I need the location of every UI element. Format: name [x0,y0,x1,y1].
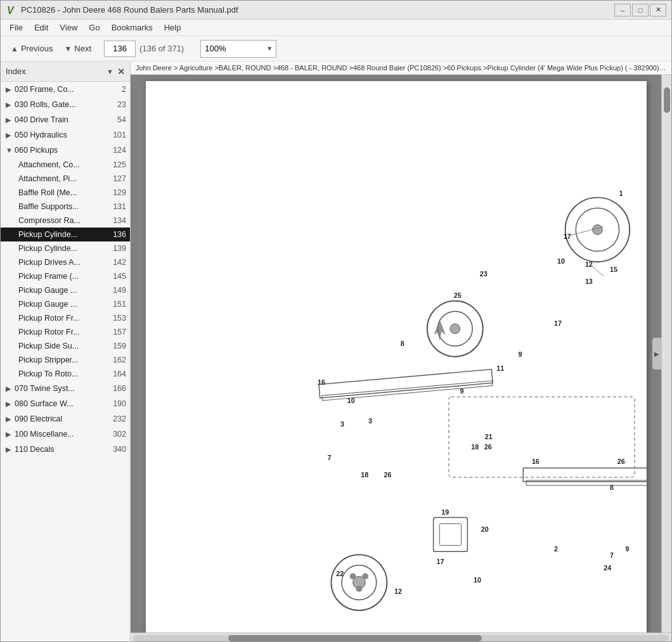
menu-view[interactable]: View [55,21,82,34]
sidebar-item-label: 070 Twine Syst... [15,384,108,393]
svg-line-67 [591,266,604,276]
menu-help[interactable]: Help [159,21,186,34]
previous-button[interactable]: ▲ Previous [7,41,56,56]
svg-text:26: 26 [384,471,391,478]
pdf-page: 1 17 10 12 15 13 17 25 2 [146,81,647,632]
sidebar-item-pickup-cylinder-139[interactable]: Pickup Cylinde... 139 [1,241,130,255]
minimize-button[interactable]: – [614,4,631,16]
sidebar-child-label: Pickup To Roto... [18,369,108,378]
svg-text:3: 3 [368,417,372,425]
sidebar-item-pickup-rotor-157[interactable]: Pickup Rotor Fr... 157 [1,325,130,339]
main-area: Index ▼ ✕ ▶ 020 Frame, Co... 2 ▶ 030 Rol… [1,61,671,642]
sidebar-item-110[interactable]: ▶ 110 Decals 340 [1,442,130,457]
sidebar-item-100[interactable]: ▶ 100 Miscellane... 302 [1,427,130,442]
svg-text:16: 16 [317,378,325,386]
sidebar-child-label: Pickup Gauge ... [18,286,108,295]
sidebar-child-label: Baffle Roll (Me... [18,188,108,197]
svg-point-5 [592,225,602,235]
menu-edit[interactable]: Edit [29,21,53,34]
sidebar-item-pickup-cylinder-136[interactable]: Pickup Cylinde... 136 [1,228,130,241]
sidebar-item-060[interactable]: ▼ 060 Pickups 124 [1,143,130,158]
pdf-scroll-area[interactable]: 1 17 10 12 15 13 17 25 2 [131,75,661,632]
menu-go[interactable]: Go [84,21,105,34]
expand-icon: ▶ [6,446,15,454]
chevron-up-icon: ▲ [11,44,18,53]
sidebar-item-pickup-rotor-153[interactable]: Pickup Rotor Fr... 153 [1,311,130,325]
sidebar-item-page: 54 [111,115,126,124]
sidebar-scroll[interactable]: ▶ 020 Frame, Co... 2 ▶ 030 Rolls, Gate..… [1,82,130,642]
sidebar-item-030[interactable]: ▶ 030 Rolls, Gate... 23 [1,97,130,112]
sidebar-child-label: Pickup Cylinde... [18,230,108,239]
zoom-select[interactable]: 50% 75% 100% 125% 150% 200% [200,40,276,58]
sidebar-item-050[interactable]: ▶ 050 Hydraulics 101 [1,127,130,143]
collapse-icon: ▶ [654,350,659,357]
sidebar-item-label: 110 Decals [15,445,108,454]
svg-text:8: 8 [609,484,613,491]
pdf-area: John Deere > Agriculture >BALER, ROUND >… [131,61,671,642]
expand-icon: ▶ [6,131,15,139]
next-button[interactable]: ▼ Next [60,41,95,56]
sidebar-item-pickup-to-roto[interactable]: Pickup To Roto... 164 [1,367,130,381]
horizontal-scrollbar[interactable] [131,632,671,642]
svg-text:26: 26 [484,443,491,451]
sidebar-item-baffle-roll[interactable]: Baffle Roll (Me... 129 [1,186,130,200]
close-button[interactable]: ✕ [650,4,666,16]
svg-rect-64 [433,518,467,552]
sidebar-item-020[interactable]: ▶ 020 Frame, Co... 2 [1,82,130,97]
vertical-scrollbar-thumb[interactable] [664,87,670,113]
sidebar-child-label: Pickup Frame (... [18,272,108,281]
sidebar-item-compressor-ra[interactable]: Compressor Ra... 134 [1,214,130,228]
sidebar-child-page: 149 [111,286,126,295]
sidebar-header: Index ▼ ✕ [1,61,130,82]
sidebar-item-pickup-gauge-149[interactable]: Pickup Gauge ... 149 [1,283,130,297]
sidebar-child-label: Pickup Drives A... [18,258,108,267]
sidebar-item-page: 23 [111,100,126,109]
sidebar-dropdown-icon[interactable]: ▼ [107,68,113,75]
sidebar: Index ▼ ✕ ▶ 020 Frame, Co... 2 ▶ 030 Rol… [1,61,131,642]
maximize-button[interactable]: □ [632,4,649,16]
svg-text:22: 22 [336,570,344,577]
sidebar-child-label: Baffle Supports... [18,202,108,211]
sidebar-child-page: 139 [111,244,126,253]
app-icon: V [6,4,17,16]
page-nav: (136 of 371) [104,41,184,57]
sidebar-item-080[interactable]: ▶ 080 Surface W... 190 [1,396,130,411]
sidebar-item-pickup-stripper[interactable]: Pickup Stripper... 162 [1,353,130,367]
sidebar-child-label: Attachment, Co... [18,160,108,169]
sidebar-child-label: Attachment, Pi... [18,174,108,183]
sidebar-item-page: 340 [111,445,126,454]
sidebar-item-070[interactable]: ▶ 070 Twine Syst... 166 [1,381,130,396]
parts-diagram: 1 17 10 12 15 13 17 25 2 [146,81,647,613]
sidebar-item-attachment-co[interactable]: Attachment, Co... 125 [1,158,130,172]
svg-text:19: 19 [441,508,449,516]
svg-point-51 [362,574,368,580]
sidebar-child-page: 159 [111,342,126,350]
sidebar-title: Index [6,67,26,76]
page-input[interactable] [104,41,136,57]
svg-text:1: 1 [619,189,623,197]
sidebar-item-040[interactable]: ▶ 040 Drive Train 54 [1,112,130,127]
sidebar-item-pickup-drives[interactable]: Pickup Drives A... 142 [1,255,130,269]
sidebar-item-090[interactable]: ▶ 090 Electrical 232 [1,411,130,427]
sidebar-item-attachment-pi[interactable]: Attachment, Pi... 127 [1,172,130,186]
svg-text:2: 2 [554,545,558,553]
sidebar-item-pickup-gauge-151[interactable]: Pickup Gauge ... 151 [1,297,130,311]
horizontal-scrollbar-thumb[interactable] [228,635,482,641]
menu-bookmarks[interactable]: Bookmarks [107,21,158,34]
previous-label: Previous [21,44,53,53]
sidebar-child-page: 131 [111,202,126,211]
sidebar-child-label: Pickup Stripper... [18,356,108,364]
expand-icon: ▶ [6,385,15,393]
svg-text:15: 15 [609,266,617,273]
sidebar-child-page: 164 [111,369,126,378]
sidebar-item-label: 030 Rolls, Gate... [15,100,108,109]
sidebar-close-button[interactable]: ✕ [117,67,125,76]
vertical-scrollbar[interactable] [661,75,671,632]
sidebar-item-pickup-frame[interactable]: Pickup Frame (... 145 [1,269,130,283]
svg-point-50 [349,574,356,580]
collapse-handle[interactable]: ▶ [652,338,661,369]
sidebar-header-controls: ▼ ✕ [107,67,125,76]
menu-file[interactable]: File [4,21,28,34]
sidebar-item-pickup-side[interactable]: Pickup Side Su... 159 [1,339,130,353]
sidebar-item-baffle-supports[interactable]: Baffle Supports... 131 [1,200,130,214]
